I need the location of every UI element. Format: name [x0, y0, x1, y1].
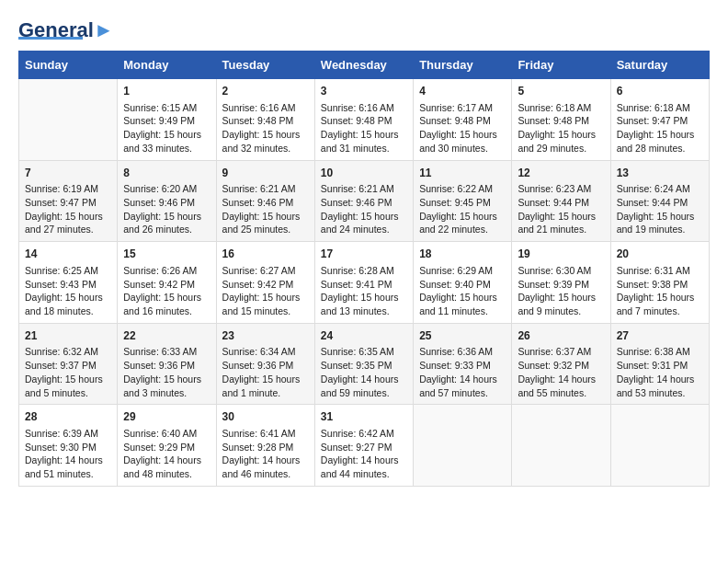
day-info-line: Sunrise: 6:18 AM — [617, 101, 703, 115]
day-of-week-header: Wednesday — [314, 52, 413, 79]
day-info-line: Sunset: 9:48 PM — [518, 114, 604, 128]
day-info-line: Sunset: 9:48 PM — [419, 114, 506, 128]
day-info-line: Daylight: 15 hours — [518, 210, 604, 224]
calendar-week-row: 1Sunrise: 6:15 AMSunset: 9:49 PMDaylight… — [19, 79, 710, 161]
day-info-line: Sunrise: 6:17 AM — [419, 101, 506, 115]
day-number: 8 — [123, 166, 210, 181]
day-info-line: Daylight: 14 hours — [222, 454, 309, 467]
day-info-line: Daylight: 15 hours — [123, 128, 210, 142]
calendar-cell — [610, 405, 709, 487]
calendar-cell: 27Sunrise: 6:38 AMSunset: 9:31 PMDayligh… — [610, 323, 709, 405]
calendar-cell: 10Sunrise: 6:21 AMSunset: 9:46 PMDayligh… — [314, 160, 413, 242]
day-number: 14 — [25, 247, 111, 262]
calendar-week-row: 21Sunrise: 6:32 AMSunset: 9:37 PMDayligh… — [19, 323, 710, 405]
calendar-week-row: 28Sunrise: 6:39 AMSunset: 9:30 PMDayligh… — [19, 405, 710, 487]
day-number: 26 — [518, 328, 604, 344]
day-info-line: Sunset: 9:32 PM — [518, 359, 604, 373]
day-info-line: Sunrise: 6:33 AM — [123, 345, 210, 359]
day-info-line: Sunset: 9:36 PM — [222, 359, 309, 373]
calendar-cell: 2Sunrise: 6:16 AMSunset: 9:48 PMDaylight… — [216, 79, 314, 161]
day-info-line: Sunrise: 6:26 AM — [123, 264, 210, 278]
day-info-line: Daylight: 14 hours — [419, 373, 506, 386]
day-info-line: Sunrise: 6:31 AM — [617, 264, 703, 278]
calendar-cell: 15Sunrise: 6:26 AMSunset: 9:42 PMDayligh… — [118, 242, 216, 324]
day-number: 31 — [321, 409, 407, 425]
day-number: 19 — [518, 247, 604, 262]
day-info-line: Daylight: 14 hours — [518, 373, 604, 386]
calendar-week-row: 7Sunrise: 6:19 AMSunset: 9:47 PMDaylight… — [19, 160, 710, 242]
day-number: 18 — [419, 247, 506, 262]
day-number: 10 — [321, 166, 407, 181]
day-info-line: Sunset: 9:42 PM — [222, 278, 309, 292]
day-info-line: Sunrise: 6:40 AM — [123, 427, 210, 441]
day-number: 15 — [123, 247, 210, 262]
calendar-cell: 19Sunrise: 6:30 AMSunset: 9:39 PMDayligh… — [512, 242, 610, 324]
day-info-line: and 13 minutes. — [321, 304, 407, 318]
day-number: 13 — [617, 166, 703, 181]
day-info-line: and 22 minutes. — [419, 223, 506, 236]
day-info-line: Daylight: 14 hours — [25, 454, 111, 467]
day-info-line: Daylight: 15 hours — [222, 373, 309, 386]
day-info-line: and 5 minutes. — [25, 386, 111, 400]
calendar-table: SundayMondayTuesdayWednesdayThursdayFrid… — [18, 51, 710, 487]
calendar-cell: 29Sunrise: 6:40 AMSunset: 9:29 PMDayligh… — [118, 405, 216, 487]
day-info-line: Sunset: 9:40 PM — [419, 278, 506, 292]
day-info-line: Sunrise: 6:35 AM — [321, 345, 407, 359]
calendar-cell: 23Sunrise: 6:34 AMSunset: 9:36 PMDayligh… — [216, 323, 314, 405]
day-info-line: Daylight: 15 hours — [123, 373, 210, 386]
day-info-line: and 16 minutes. — [123, 304, 210, 318]
day-info-line: and 25 minutes. — [222, 223, 309, 236]
day-info-line: and 33 minutes. — [123, 142, 210, 155]
day-info-line: Daylight: 15 hours — [25, 210, 111, 224]
day-info-line: Daylight: 15 hours — [321, 210, 407, 224]
day-number: 17 — [321, 247, 407, 262]
day-info-line: and 15 minutes. — [222, 304, 309, 318]
day-info-line: Sunrise: 6:34 AM — [222, 345, 309, 359]
day-info-line: Sunset: 9:33 PM — [419, 359, 506, 373]
day-info-line: Sunrise: 6:38 AM — [617, 345, 703, 359]
day-info-line: Sunrise: 6:19 AM — [25, 182, 111, 196]
day-number: 28 — [25, 409, 111, 425]
calendar-cell: 1Sunrise: 6:15 AMSunset: 9:49 PMDaylight… — [118, 79, 216, 161]
day-info-line: and 3 minutes. — [123, 386, 210, 400]
calendar-cell: 20Sunrise: 6:31 AMSunset: 9:38 PMDayligh… — [610, 242, 709, 324]
day-info-line: Sunset: 9:49 PM — [123, 114, 210, 128]
calendar-cell — [19, 79, 118, 161]
day-info-line: Daylight: 15 hours — [123, 210, 210, 224]
logo-subtext — [18, 37, 83, 41]
day-info-line: Sunset: 9:39 PM — [518, 278, 604, 292]
calendar-cell: 26Sunrise: 6:37 AMSunset: 9:32 PMDayligh… — [512, 323, 610, 405]
day-info-line: and 26 minutes. — [123, 223, 210, 236]
day-info-line: Daylight: 15 hours — [222, 210, 309, 224]
day-info-line: Sunset: 9:30 PM — [25, 441, 111, 454]
day-info-line: Daylight: 15 hours — [518, 128, 604, 142]
day-number: 7 — [25, 166, 111, 181]
day-info-line: Sunset: 9:44 PM — [617, 196, 703, 210]
calendar-cell — [512, 405, 610, 487]
day-info-line: and 19 minutes. — [617, 223, 703, 236]
day-info-line: Sunrise: 6:16 AM — [222, 101, 309, 115]
day-number: 29 — [123, 409, 210, 425]
calendar-cell: 16Sunrise: 6:27 AMSunset: 9:42 PMDayligh… — [216, 242, 314, 324]
calendar-cell: 5Sunrise: 6:18 AMSunset: 9:48 PMDaylight… — [512, 79, 610, 161]
day-info-line: and 21 minutes. — [518, 223, 604, 236]
day-of-week-header: Sunday — [19, 52, 118, 79]
day-info-line: and 30 minutes. — [419, 142, 506, 155]
day-of-week-header: Friday — [512, 52, 610, 79]
day-info-line: Daylight: 15 hours — [222, 128, 309, 142]
day-number: 6 — [617, 84, 703, 99]
day-info-line: Sunrise: 6:37 AM — [518, 345, 604, 359]
day-info-line: Sunrise: 6:21 AM — [321, 182, 407, 196]
day-info-line: and 31 minutes. — [321, 142, 407, 155]
day-info-line: Sunset: 9:29 PM — [123, 441, 210, 454]
calendar-cell: 25Sunrise: 6:36 AMSunset: 9:33 PMDayligh… — [414, 323, 512, 405]
day-info-line: Sunrise: 6:32 AM — [25, 345, 111, 359]
day-number: 22 — [123, 328, 210, 344]
day-info-line: Sunset: 9:31 PM — [617, 359, 703, 373]
day-info-line: Sunrise: 6:21 AM — [222, 182, 309, 196]
day-number: 20 — [617, 247, 703, 262]
day-number: 2 — [222, 84, 309, 99]
day-info-line: Sunrise: 6:42 AM — [321, 427, 407, 441]
day-number: 16 — [222, 247, 309, 262]
day-info-line: and 24 minutes. — [321, 223, 407, 236]
